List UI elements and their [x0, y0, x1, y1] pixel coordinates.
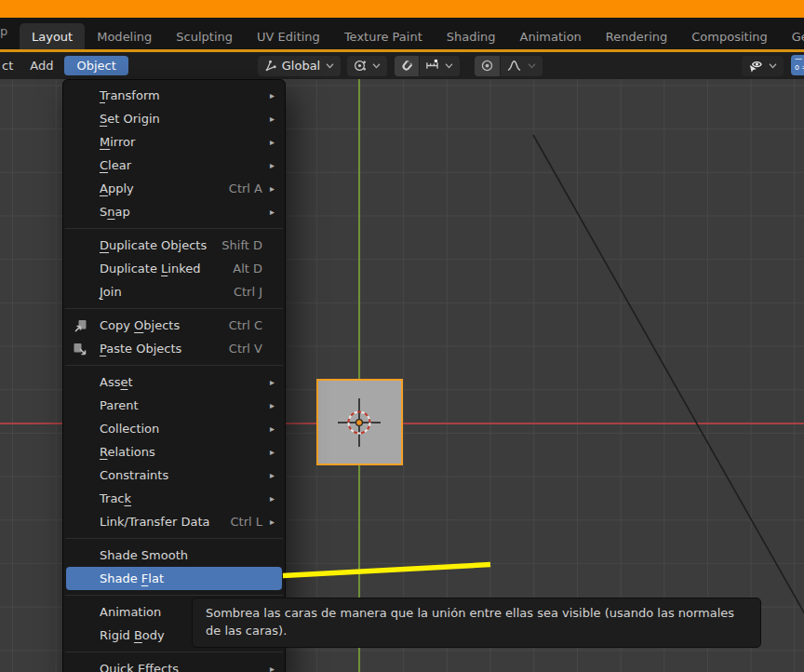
tab-animation[interactable]: Animation	[508, 23, 594, 49]
object-dropdown-menu: Transform▸Set Origin▸Mirror▸Clear▸ApplyC…	[62, 79, 286, 672]
snap-toggle-button[interactable]	[395, 56, 419, 76]
orientation-global-icon	[263, 59, 277, 73]
menu-item-constraints[interactable]: Constraints▸	[66, 464, 282, 487]
menu-item-label: Animation	[100, 605, 161, 619]
pivot-point-dropdown[interactable]	[347, 56, 387, 76]
proportional-editing-icon	[480, 59, 494, 73]
submenu-arrow-icon: ▸	[264, 137, 275, 147]
menu-item-icon-slot	[73, 135, 100, 150]
menu-item-label: Snap	[100, 205, 130, 219]
submenu-arrow-icon: ▸	[264, 517, 275, 527]
menu-item-collection[interactable]: Collection▸	[66, 417, 282, 440]
menu-item-label: Asset	[100, 375, 133, 389]
menu-item-label: Shade Smooth	[100, 548, 188, 562]
tab-shading[interactable]: Shading	[435, 23, 508, 49]
select-menu-truncated[interactable]: ct	[0, 56, 19, 75]
tab-label: Geo	[792, 30, 804, 44]
menu-item-relations[interactable]: Relations▸	[66, 440, 282, 464]
object-type-visibility-dropdown[interactable]	[742, 56, 784, 76]
menu-item-icon-slot	[73, 158, 100, 173]
menu-item-label: Rigid Body	[100, 628, 165, 642]
menu-item-parent[interactable]: Parent▸	[66, 394, 282, 417]
menu-item-icon-slot	[73, 571, 100, 586]
menu-item-icon-slot	[73, 515, 100, 530]
submenu-arrow-icon: ▸	[264, 90, 275, 101]
menu-item-clear[interactable]: Clear▸	[66, 154, 282, 177]
menu-item-icon-slot	[73, 205, 100, 220]
menu-item-track[interactable]: Track▸	[66, 487, 282, 510]
paste-objects-icon	[73, 342, 100, 356]
truncated-menu-fragment: p	[0, 24, 7, 38]
menu-item-shade-flat[interactable]: Shade Flat	[66, 567, 282, 590]
menu-item-icon-slot	[73, 262, 100, 276]
tab-label: Modeling	[97, 30, 152, 44]
menu-item-paste-objects[interactable]: Paste ObjectsCtrl V	[66, 337, 282, 360]
magnet-icon	[400, 60, 413, 73]
menu-item-mirror[interactable]: Mirror▸	[66, 130, 282, 154]
menu-item-label: Clear	[100, 158, 131, 172]
submenu-arrow-icon: ▸	[264, 664, 275, 672]
menu-item-label: Apply	[100, 181, 134, 195]
tab-label: Animation	[520, 30, 582, 44]
menu-item-label: Shade Flat	[100, 571, 164, 585]
chevron-down-icon	[444, 60, 454, 71]
tab-compositing[interactable]: Compositing	[679, 23, 780, 49]
menu-item-quick-effects[interactable]: Quick Effects▸	[66, 657, 282, 672]
menu-item-label: Copy Objects	[100, 318, 180, 332]
menu-item-copy-objects[interactable]: Copy ObjectsCtrl C	[66, 314, 282, 337]
menu-item-icon-slot	[73, 285, 100, 300]
menu-item-label: Quick Effects	[100, 662, 179, 672]
proportional-falloff-dropdown[interactable]	[501, 56, 543, 76]
menu-item-icon-slot	[73, 375, 100, 390]
submenu-arrow-icon: ▸	[264, 160, 275, 170]
tab-texture-paint[interactable]: Texture Paint	[332, 23, 435, 49]
menu-item-snap[interactable]: Snap▸	[66, 200, 282, 223]
snap-settings-dropdown[interactable]	[420, 56, 460, 76]
menu-item-icon-slot	[73, 112, 100, 127]
menu-item-asset[interactable]: Asset▸	[66, 370, 282, 394]
menu-item-icon-slot	[73, 398, 100, 413]
menu-item-label: Duplicate Objects	[100, 238, 207, 252]
axis-y-green	[358, 79, 360, 672]
menu-item-icon-slot	[73, 181, 100, 196]
add-menu[interactable]: Add	[24, 56, 59, 75]
menu-item-icon-slot	[73, 445, 100, 460]
object-menu-button[interactable]: Object	[64, 56, 127, 75]
falloff-smooth-icon	[506, 59, 522, 73]
menu-item-duplicate-objects[interactable]: Duplicate ObjectsShift D	[66, 234, 282, 257]
menu-item-label: Parent	[100, 398, 139, 412]
snap-increment-icon	[425, 59, 439, 73]
menu-item-icon-slot	[73, 422, 100, 437]
menu-item-label: Duplicate Linked	[100, 262, 201, 276]
menu-item-duplicate-linked[interactable]: Duplicate LinkedAlt D	[66, 257, 282, 280]
shading-mode-button-truncated[interactable]: — —o =	[791, 55, 804, 75]
menu-separator	[65, 652, 283, 652]
transform-orientation-dropdown[interactable]: Global	[258, 56, 341, 76]
tab-label: Shading	[447, 30, 496, 44]
menu-item-label: Link/Transfer Data	[100, 515, 209, 529]
menu-item-set-origin[interactable]: Set Origin▸	[66, 107, 282, 130]
tab-uv-editing[interactable]: UV Editing	[245, 23, 332, 49]
menu-item-join[interactable]: JoinCtrl J	[66, 280, 282, 303]
tab-sculpting[interactable]: Sculpting	[164, 23, 245, 49]
menu-item-label: Set Origin	[100, 112, 160, 126]
tab-label: Layout	[32, 30, 73, 44]
tab-rendering[interactable]: Rendering	[594, 23, 679, 49]
menu-item-icon-slot	[73, 491, 100, 506]
tab-geo[interactable]: Geo	[780, 23, 804, 49]
tab-modeling[interactable]: Modeling	[85, 23, 164, 49]
proportional-editing-toggle[interactable]	[475, 56, 500, 76]
menu-item-apply[interactable]: ApplyCtrl A▸	[66, 177, 282, 200]
workspace-tabbar: p LayoutModelingSculptingUV EditingTextu…	[0, 18, 804, 49]
menu-item-label: Collection	[100, 422, 159, 436]
tab-label: UV Editing	[257, 30, 320, 44]
menu-item-link-transfer-data[interactable]: Link/Transfer DataCtrl L▸	[66, 510, 282, 533]
tab-label: Compositing	[691, 30, 768, 44]
menu-item-transform[interactable]: Transform▸	[66, 84, 282, 107]
menu-item-shortcut: Ctrl V	[229, 342, 264, 356]
tab-layout[interactable]: Layout	[20, 23, 85, 49]
submenu-arrow-icon: ▸	[264, 207, 275, 217]
submenu-arrow-icon: ▸	[264, 377, 275, 387]
menu-separator	[65, 228, 283, 229]
menu-item-shade-smooth[interactable]: Shade Smooth	[66, 544, 282, 567]
